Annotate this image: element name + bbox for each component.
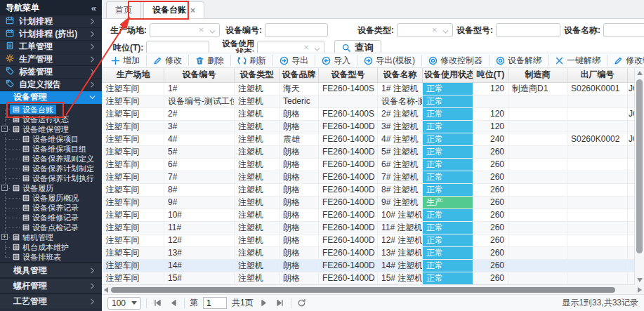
- status-badge: 正常: [423, 171, 473, 183]
- next-page-button[interactable]: [258, 298, 270, 309]
- sidebar-section-计划排程[interactable]: 计划排程: [0, 15, 102, 28]
- table-row[interactable]: 注塑车间3#注塑机朗格FE260-1400D3# 注塑机正常120: [103, 120, 635, 133]
- toolbar-button-设备解绑[interactable]: 设备解绑: [489, 55, 548, 66]
- horizontal-scrollbar[interactable]: [102, 285, 644, 295]
- table-row[interactable]: 注塑车间6#注塑机朗格FE260-1400D6# 注塑机正常260: [103, 158, 635, 171]
- last-page-button[interactable]: [275, 298, 286, 309]
- tab-首页[interactable]: 首页: [106, 1, 141, 18]
- toolbar-button-刷新[interactable]: 刷新: [231, 55, 273, 66]
- toolbar-button-修改控制器[interactable]: 修改控制器: [422, 55, 489, 66]
- toolbar-button-导出[interactable]: 导出: [273, 55, 315, 66]
- table-row[interactable]: 注塑车间7#注塑机朗格FE260-1400D7# 注塑机正常260: [103, 171, 635, 183]
- tree-item-设备运行状态[interactable]: 设备运行状态: [0, 114, 102, 124]
- column-header-设备型号[interactable]: 设备型号: [319, 68, 378, 82]
- sidebar-section-标签管理[interactable]: 标签管理: [0, 66, 102, 79]
- table-row[interactable]: 注塑车间14#注塑机朗格FE260-1400D14# 注塑机正常260: [103, 259, 635, 272]
- collapse-sidebar-icon[interactable]: «: [91, 3, 96, 13]
- tree-item-设备保养规则定义[interactable]: 设备保养规则定义: [0, 154, 102, 164]
- tree-item-设备排班表[interactable]: 设备排班表: [0, 252, 102, 262]
- tree-item-设备保养计划执行[interactable]: 设备保养计划执行: [0, 173, 102, 183]
- tree-item-设备履历[interactable]: -设备履历: [0, 183, 102, 193]
- clear-icon[interactable]: ✕: [432, 26, 438, 34]
- horizontal-scrollbar-thumb[interactable]: [111, 287, 615, 293]
- toolbar-button-导出(模板)[interactable]: 导出(模板): [357, 55, 422, 66]
- toolbar-button-一键解绑[interactable]: 一键解绑: [548, 55, 607, 66]
- table-row[interactable]: 注塑车间12#注塑机朗格FE260-1400D12# 注塑机正常260: [103, 234, 635, 246]
- column-header-出厂编号[interactable]: 出厂编号: [567, 68, 628, 82]
- table-row[interactable]: 注塑车间2#注塑机朗格FE260-1400S2# 注塑机正常120JC: [103, 107, 635, 120]
- tree-item-inner: 设备点检记录: [20, 223, 81, 232]
- search-combo[interactable]: ✕: [150, 23, 220, 37]
- table-row[interactable]: 注塑车间5#注塑机朗格FE260-1400D5# 注塑机正常260: [103, 145, 635, 158]
- table-row[interactable]: 注塑车间11#注塑机朗格FE260-1400D11# 注塑机正常260: [103, 221, 635, 234]
- column-header-制造商[interactable]: 制造商: [508, 68, 567, 82]
- tree-item-辅机管理[interactable]: +辅机管理: [0, 232, 102, 242]
- chevron-down-icon[interactable]: [315, 46, 320, 51]
- table-row[interactable]: 注塑车间10#注塑机朗格FE260-1400D10# 注塑机正常260: [103, 209, 635, 221]
- column-header-设备使用状态[interactable]: 设备使用状态: [423, 68, 473, 82]
- scroll-down-icon[interactable]: [637, 278, 643, 282]
- tab-设备台账[interactable]: 设备台账×: [143, 1, 204, 18]
- toolbar-button-增加[interactable]: 增加: [105, 55, 147, 66]
- clear-icon[interactable]: ✕: [199, 26, 204, 34]
- tree-item-设备维保项目[interactable]: 设备维保项目: [0, 134, 102, 144]
- search-input[interactable]: [603, 23, 644, 37]
- table-row[interactable]: 注塑车间4#注塑机震雄FE260-1400D4# 注塑机正常240S0260K0…: [103, 133, 635, 145]
- chevron-down-icon[interactable]: [443, 28, 448, 33]
- scroll-right-icon[interactable]: [638, 287, 642, 293]
- scroll-left-icon[interactable]: [104, 287, 108, 293]
- collapse-node-icon[interactable]: -: [1, 185, 8, 191]
- sidebar-section-label: 自定义报告: [19, 79, 61, 91]
- table-row[interactable]: 注塑车间8#注塑机朗格FE260-1400D8# 注塑机正常260: [103, 183, 635, 196]
- column-header-设备编号[interactable]: 设备编号: [164, 68, 235, 82]
- prev-page-button[interactable]: [168, 298, 179, 309]
- search-input[interactable]: [496, 23, 560, 37]
- sidebar-section-生产管理[interactable]: 生产管理: [0, 53, 102, 66]
- tree-item-设备维保项目组[interactable]: 设备维保项目组: [0, 144, 102, 154]
- table-cell: 注塑车间: [103, 107, 164, 120]
- clear-icon[interactable]: ✕: [303, 44, 309, 51]
- chevron-down-icon[interactable]: [210, 28, 215, 33]
- tree-item-设备保养计划制定[interactable]: 设备保养计划制定: [0, 164, 102, 173]
- tree-item-设备维修记录[interactable]: 设备维修记录: [0, 213, 102, 223]
- column-header-设备类型[interactable]: 设备类型: [235, 68, 280, 82]
- table-row[interactable]: 注塑车间9#注塑机朗格FE260-1400D9# 注塑机生产260: [103, 196, 635, 209]
- search-combo[interactable]: ✕: [397, 23, 453, 37]
- tree-item-机台成本维护[interactable]: 机台成本维护: [0, 242, 102, 252]
- sidebar-section-螺杆管理[interactable]: 螺杆管理: [0, 277, 102, 293]
- page-number-input[interactable]: [203, 297, 227, 309]
- column-header-设备名称[interactable]: 设备名称: [378, 68, 423, 82]
- tree-item-设备履历概况[interactable]: 设备履历概况: [0, 193, 102, 203]
- vertical-scrollbar-thumb[interactable]: [636, 79, 643, 253]
- sidebar-section-自定义报告[interactable]: 自定义报告: [0, 79, 102, 91]
- sidebar-section-工单管理[interactable]: 工单管理: [0, 41, 102, 53]
- column-header-吨位(T)[interactable]: 吨位(T): [473, 68, 508, 82]
- sidebar-section-active[interactable]: 设备管理: [0, 91, 102, 104]
- toolbar-button-修改编号[interactable]: 修改编号: [607, 55, 644, 66]
- vertical-scrollbar[interactable]: [634, 68, 644, 285]
- tree-item-设备维保管理[interactable]: -设备维保管理: [0, 124, 102, 134]
- toolbar-button-导入[interactable]: 导入: [315, 55, 357, 66]
- page-size-select[interactable]: 100: [107, 297, 141, 310]
- table-row[interactable]: 注塑车间15#注塑机朗格FE260-1400D15# 注塑机正常260: [103, 272, 635, 284]
- table-row[interactable]: 注塑车间设备编号-测试工位关注塑机Tederic设备名称-测试正常: [103, 95, 635, 107]
- sidebar-section-模具管理[interactable]: 模具管理: [0, 262, 102, 277]
- tree-item-设备台账[interactable]: 设备台账: [0, 105, 102, 114]
- first-page-button[interactable]: [152, 298, 163, 309]
- table-row[interactable]: 注塑车间13#注塑机朗格FE260-1400D13# 注塑机正常260: [103, 246, 635, 259]
- search-input[interactable]: [265, 23, 328, 37]
- tree-item-设备点检记录[interactable]: 设备点检记录: [0, 223, 102, 232]
- reload-icon[interactable]: [296, 298, 308, 309]
- tree-item-设备保养记录[interactable]: 设备保养记录: [0, 203, 102, 213]
- expand-node-icon[interactable]: +: [1, 234, 8, 240]
- close-icon[interactable]: ×: [190, 6, 195, 15]
- table-row[interactable]: 注塑车间1#注塑机海天FE260-1400S1# 注塑机正常120制造商D1S0…: [103, 82, 635, 95]
- toolbar-button-删除[interactable]: 删除: [189, 55, 231, 66]
- scroll-up-icon[interactable]: [637, 71, 643, 75]
- column-header-生产场地[interactable]: 生产场地: [103, 68, 164, 82]
- toolbar-button-修改[interactable]: 修改: [147, 55, 189, 66]
- collapse-node-icon[interactable]: -: [1, 126, 8, 132]
- sidebar-section-计划排程 (挤出)[interactable]: 计划排程 (挤出): [0, 28, 102, 41]
- sidebar-section-工艺管理[interactable]: 工艺管理: [0, 293, 102, 308]
- column-header-设备品牌[interactable]: 设备品牌: [280, 68, 319, 82]
